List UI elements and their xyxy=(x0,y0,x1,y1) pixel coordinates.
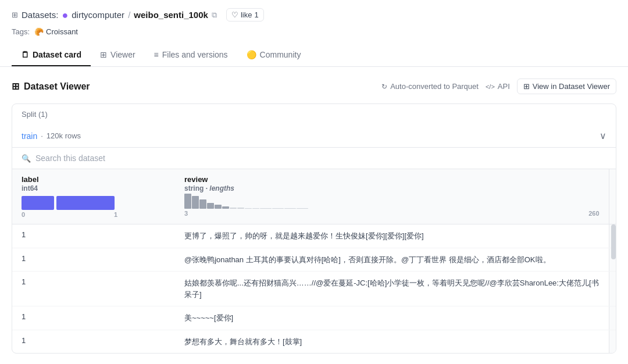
heart-icon: ♡ xyxy=(231,10,238,19)
cell-review: 姑娘都羡慕你呢...还有招财猫高兴……//@爱在蔓延-JC:[哈哈]小学徒一枚，… xyxy=(175,272,609,306)
cell-label: 1 xyxy=(12,272,175,306)
table-body: 1 更博了，爆照了，帅的呀，就是越来越爱你！生快俊妹[爱你][爱你][爱你] 1… xyxy=(12,224,616,354)
dataset-panel: Split (1) train · 120k rows ∨ 🔍 xyxy=(12,104,616,354)
review-axis-max: 260 xyxy=(588,210,599,217)
like-button[interactable]: ♡ like 1 xyxy=(226,8,264,22)
chevron-down-icon: ∨ xyxy=(600,130,606,141)
tab-community-label: Community xyxy=(260,50,301,59)
cell-review: 美~~~~~[爱你] xyxy=(175,306,609,330)
view-in-dataset-viewer-button[interactable]: ⊞ View in Dataset Viewer xyxy=(517,78,616,94)
col-header-review: review string · lengths xyxy=(175,169,609,224)
split-header: Split (1) xyxy=(12,104,616,124)
search-icon: 🔍 xyxy=(22,154,31,163)
croissant-label: Croissant xyxy=(46,27,78,36)
split-name: train xyxy=(22,131,37,141)
data-table: label int64 0 1 revi xyxy=(12,169,616,353)
header: ⊞ Datasets: ● dirtycomputer / weibo_sent… xyxy=(0,0,628,67)
view-icon: ⊞ xyxy=(523,82,530,91)
table-row: 1 @张晚鸭jonathan 土耳其的事要认真对待[哈哈]，否则直接开除。@丁丁… xyxy=(12,248,616,272)
auto-converted-icon: ↻ xyxy=(381,83,387,91)
tab-files-versions-label: Files and versions xyxy=(162,50,228,59)
review-histogram xyxy=(184,192,600,209)
api-link[interactable]: </> API xyxy=(486,82,510,91)
split-section: Split (1) train · 120k rows ∨ xyxy=(12,104,616,148)
tags-label: Tags: xyxy=(12,27,30,36)
dataset-card-icon: 🗒 xyxy=(21,50,29,59)
like-label: like xyxy=(241,10,252,19)
croissant-tag[interactable]: 🥐 Croissant xyxy=(34,27,78,36)
dataset-viewer-header: ⊞ Dataset Viewer ↻ Auto-converted to Par… xyxy=(12,78,616,94)
cell-label: 1 xyxy=(12,306,175,330)
table-row: 1 姑娘都羡慕你呢...还有招财猫高兴……//@爱在蔓延-JC:[哈哈]小学徒一… xyxy=(12,272,616,306)
data-table-container: label int64 0 1 revi xyxy=(12,169,616,353)
scrollbar-cell xyxy=(609,330,616,353)
cell-label: 1 xyxy=(12,224,175,248)
cell-review: @张晚鸭jonathan 土耳其的事要认真对待[哈哈]，否则直接开除。@丁丁看世… xyxy=(175,248,609,272)
api-label: API xyxy=(498,82,510,91)
breadcrumb-repo[interactable]: weibo_senti_100k xyxy=(134,10,208,20)
tab-viewer-label: Viewer xyxy=(110,50,135,59)
label-bar-0 xyxy=(22,196,54,210)
label-bar-1 xyxy=(56,196,115,210)
cell-label: 1 xyxy=(12,330,175,353)
user-dot: ● xyxy=(62,10,68,20)
auto-converted-link[interactable]: ↻ Auto-converted to Parquet xyxy=(381,82,479,91)
croissant-icon: 🥐 xyxy=(34,27,44,36)
label-histogram xyxy=(22,196,166,210)
viewer-title-icon: ⊞ xyxy=(12,81,19,92)
review-axis-min: 3 xyxy=(184,210,188,217)
table-row: 1 更博了，爆照了，帅的呀，就是越来越爱你！生快俊妹[爱你][爱你][爱你] xyxy=(12,224,616,248)
viewer-icon: ⊞ xyxy=(100,50,107,59)
scrollbar-cell xyxy=(609,272,616,306)
main-content: ⊞ Dataset Viewer ↻ Auto-converted to Par… xyxy=(0,67,628,364)
cell-label: 1 xyxy=(12,248,175,272)
viewer-actions: ↻ Auto-converted to Parquet </> API ⊞ Vi… xyxy=(381,78,616,94)
tabs: 🗒 Dataset card ⊞ Viewer ≡ Files and vers… xyxy=(12,44,616,66)
api-icon: </> xyxy=(486,83,495,90)
col-name-review: review xyxy=(184,175,600,184)
files-icon: ≡ xyxy=(154,50,159,59)
view-label: View in Dataset Viewer xyxy=(533,82,610,91)
copy-icon[interactable]: ⧉ xyxy=(212,10,217,20)
search-section: 🔍 xyxy=(12,148,616,169)
tab-dataset-card[interactable]: 🗒 Dataset card xyxy=(12,44,91,66)
scrollbar-cell xyxy=(609,224,616,248)
cell-review: 梦想有多大，舞台就有多大！[鼓掌] xyxy=(175,330,609,353)
label-axis: 0 1 xyxy=(22,211,117,218)
viewer-title-text: Dataset Viewer xyxy=(24,81,90,92)
split-dot: · xyxy=(41,131,43,140)
breadcrumb-slash: / xyxy=(128,10,130,20)
split-info: train · 120k rows xyxy=(22,131,81,141)
table-row: 1 梦想有多大，舞台就有多大！[鼓掌] xyxy=(12,330,616,353)
community-icon: 🟡 xyxy=(247,50,256,59)
scrollbar-cell xyxy=(609,306,616,330)
breadcrumb: ⊞ Datasets: ● dirtycomputer / weibo_sent… xyxy=(12,8,616,22)
search-input[interactable] xyxy=(35,154,606,163)
col-type-label: int64 xyxy=(22,184,166,192)
datasets-icon: ⊞ xyxy=(12,10,18,19)
breadcrumb-user[interactable]: dirtycomputer xyxy=(72,10,124,20)
tab-community[interactable]: 🟡 Community xyxy=(237,44,311,66)
cell-review: 更博了，爆照了，帅的呀，就是越来越爱你！生快俊妹[爱你][爱你][爱你] xyxy=(175,224,609,248)
tags-row: Tags: 🥐 Croissant xyxy=(12,27,616,36)
label-axis-min: 0 xyxy=(22,211,25,218)
col-header-label: label int64 0 1 xyxy=(12,169,175,224)
like-count: 1 xyxy=(254,10,258,19)
scrollbar-header xyxy=(609,169,616,224)
tab-viewer[interactable]: ⊞ Viewer xyxy=(91,44,145,66)
col-name-label: label xyxy=(22,175,166,184)
label-axis-max: 1 xyxy=(114,211,117,218)
review-axis: 3 260 xyxy=(184,210,600,217)
datasets-label: Datasets: xyxy=(22,10,58,20)
split-row[interactable]: train · 120k rows ∨ xyxy=(12,124,616,147)
table-row: 1 美~~~~~[爱你] xyxy=(12,306,616,330)
col-type-review: string · lengths xyxy=(184,184,600,192)
auto-converted-label: Auto-converted to Parquet xyxy=(390,82,479,91)
dataset-viewer-title: ⊞ Dataset Viewer xyxy=(12,81,90,92)
tab-files-versions[interactable]: ≡ Files and versions xyxy=(145,44,237,66)
tab-dataset-card-label: Dataset card xyxy=(33,50,81,59)
split-rows: 120k rows xyxy=(47,131,81,140)
